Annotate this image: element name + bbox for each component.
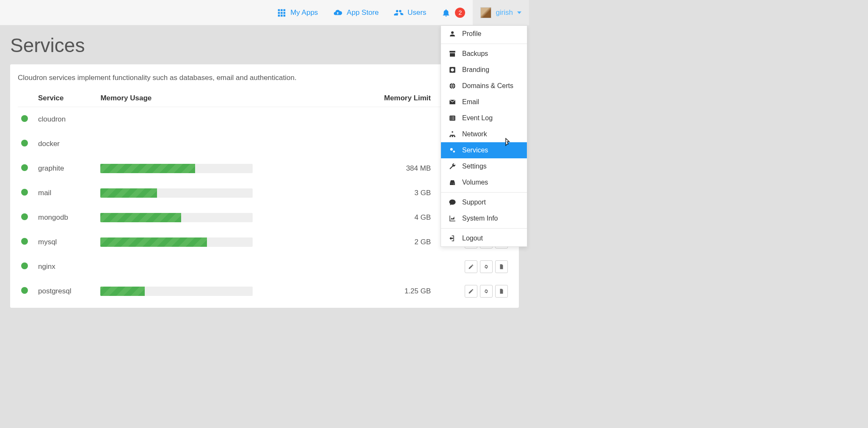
username: girish bbox=[496, 8, 513, 17]
restart-button[interactable] bbox=[480, 285, 493, 298]
table-row: mail3 GB bbox=[18, 181, 511, 205]
table-row: mongodb4 GB bbox=[18, 205, 511, 230]
service-name: graphite bbox=[35, 156, 97, 181]
col-mem-usage: Memory Usage bbox=[97, 90, 345, 107]
memory-usage-cell bbox=[97, 279, 345, 304]
avatar bbox=[480, 7, 491, 18]
status-dot bbox=[21, 189, 28, 196]
table-row: mysql2 GB bbox=[18, 230, 511, 254]
edit-icon bbox=[468, 264, 474, 270]
table-row: graphite384 MB bbox=[18, 156, 511, 181]
status-dot bbox=[21, 115, 28, 122]
progress-bar bbox=[100, 237, 253, 247]
sitemap-icon bbox=[449, 130, 456, 138]
dropdown-item-logout[interactable]: Logout bbox=[441, 230, 527, 246]
user-icon bbox=[449, 30, 456, 38]
col-service: Service bbox=[35, 90, 97, 107]
page-title: Services bbox=[10, 34, 85, 57]
dropdown-item-event-log[interactable]: Event Log bbox=[441, 110, 527, 126]
cloud-icon bbox=[333, 8, 342, 17]
grid-icon bbox=[277, 8, 286, 17]
dropdown-item-domains-certs[interactable]: Domains & Certs bbox=[441, 78, 527, 94]
nav-notifications[interactable]: 2 bbox=[434, 0, 473, 25]
chart-icon bbox=[449, 215, 456, 222]
nav-label: My Apps bbox=[290, 8, 318, 17]
dropdown-label: Support bbox=[462, 199, 486, 206]
edit-button[interactable] bbox=[465, 260, 477, 273]
service-name: mongodb bbox=[35, 205, 97, 230]
user-dropdown: ProfileBackupsBrandingDomains & CertsEma… bbox=[441, 25, 527, 247]
dropdown-label: Domains & Certs bbox=[462, 82, 513, 90]
table-row: cloudron bbox=[18, 107, 511, 132]
memory-usage-cell bbox=[97, 254, 345, 279]
cogs-icon bbox=[449, 146, 456, 154]
dropdown-item-profile[interactable]: Profile bbox=[441, 26, 527, 42]
dropdown-item-volumes[interactable]: Volumes bbox=[441, 174, 527, 191]
status-dot bbox=[21, 140, 28, 146]
status-dot bbox=[21, 213, 28, 220]
edit-button[interactable] bbox=[465, 285, 477, 298]
user-menu-toggle[interactable]: girish bbox=[473, 0, 529, 25]
dropdown-divider bbox=[441, 228, 527, 229]
list-icon bbox=[449, 114, 456, 122]
status-dot bbox=[21, 238, 28, 245]
table-row: postgresql1.25 GB bbox=[18, 279, 511, 304]
memory-limit: 1.25 GB bbox=[345, 279, 444, 304]
memory-limit: 4 GB bbox=[345, 205, 444, 230]
dropdown-label: Profile bbox=[462, 30, 481, 38]
panel-description: Cloudron services implement functionalit… bbox=[18, 74, 511, 82]
col-mem-limit: Memory Limit bbox=[345, 90, 444, 107]
globe-icon bbox=[449, 82, 456, 90]
table-row: nginx bbox=[18, 254, 511, 279]
memory-usage-cell bbox=[97, 181, 345, 205]
dropdown-label: Settings bbox=[462, 163, 487, 170]
memory-limit bbox=[345, 254, 444, 279]
dropdown-item-settings[interactable]: Settings bbox=[441, 158, 527, 174]
logs-icon bbox=[499, 288, 504, 294]
dropdown-divider bbox=[441, 192, 527, 193]
dropdown-item-branding[interactable]: Branding bbox=[441, 62, 527, 78]
dropdown-item-network[interactable]: Network bbox=[441, 126, 527, 142]
memory-usage-cell bbox=[97, 230, 345, 254]
nav-app-store[interactable]: App Store bbox=[325, 0, 386, 25]
services-table: Service Memory Usage Memory Limit Action… bbox=[18, 90, 511, 304]
signout-icon bbox=[449, 235, 456, 242]
wrench-icon bbox=[449, 163, 456, 170]
memory-usage-cell bbox=[97, 156, 345, 181]
dropdown-label: Backups bbox=[462, 50, 488, 58]
dropdown-label: Logout bbox=[462, 235, 483, 242]
progress-bar bbox=[100, 164, 253, 173]
service-name: mail bbox=[35, 181, 97, 205]
dropdown-item-email[interactable]: Email bbox=[441, 94, 527, 110]
status-dot bbox=[21, 262, 28, 269]
dropdown-item-backups[interactable]: Backups bbox=[441, 46, 527, 62]
dropdown-label: System Info bbox=[462, 215, 498, 222]
service-name: mysql bbox=[35, 230, 97, 254]
users-icon bbox=[394, 8, 403, 17]
logs-button[interactable] bbox=[495, 285, 508, 298]
dropdown-item-system-info[interactable]: System Info bbox=[441, 210, 527, 226]
logs-button[interactable] bbox=[495, 260, 508, 273]
memory-usage-cell bbox=[97, 132, 345, 156]
comment-icon bbox=[449, 199, 456, 206]
archive-icon bbox=[449, 50, 456, 58]
dropdown-item-support[interactable]: Support bbox=[441, 194, 527, 210]
chevron-down-icon bbox=[517, 11, 521, 14]
nav-label: Users bbox=[408, 8, 426, 17]
restart-button[interactable] bbox=[480, 260, 493, 273]
bell-icon bbox=[441, 8, 451, 17]
memory-limit: 2 GB bbox=[345, 230, 444, 254]
dropdown-item-services[interactable]: Services bbox=[441, 142, 527, 158]
nav-users[interactable]: Users bbox=[386, 0, 434, 25]
progress-bar bbox=[100, 188, 253, 198]
nav-my-apps[interactable]: My Apps bbox=[269, 0, 325, 25]
memory-limit: 384 MB bbox=[345, 156, 444, 181]
logs-icon bbox=[499, 264, 504, 270]
dropdown-label: Services bbox=[462, 146, 488, 154]
dropdown-label: Network bbox=[462, 130, 487, 138]
dropdown-label: Branding bbox=[462, 66, 489, 74]
dropdown-label: Event Log bbox=[462, 114, 493, 122]
memory-usage-cell bbox=[97, 205, 345, 230]
progress-bar bbox=[100, 287, 253, 296]
service-name: postgresql bbox=[35, 279, 97, 304]
